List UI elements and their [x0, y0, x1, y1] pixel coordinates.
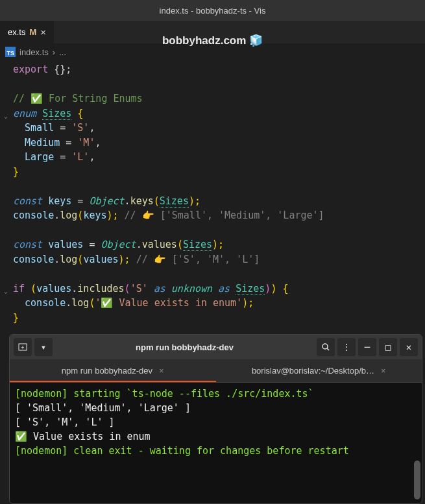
tab-modified-indicator: M — [29, 27, 36, 37]
terminal-line: [ 'Small', 'Medium', 'Large' ] — [15, 401, 417, 415]
chevron-down-icon[interactable]: ⌄ — [4, 109, 8, 124]
chevron-down-icon: ▾ — [41, 342, 46, 352]
svg-point-2 — [322, 344, 328, 349]
close-icon[interactable]: × — [40, 27, 46, 38]
svg-text:+: + — [21, 344, 25, 350]
breadcrumb-separator: › — [53, 47, 55, 57]
scrollbar-thumb[interactable] — [414, 461, 420, 499]
maximize-icon: □ — [385, 342, 391, 352]
terminal-tab-label: borislav@borislav:~/Desktop/b… — [252, 366, 374, 376]
tab-filename: ex.ts — [8, 27, 25, 37]
svg-line-3 — [327, 348, 329, 350]
terminal-panel: + ▾ npm run bobbyhadz-dev ⋮ ─ □ ✕ npm ru… — [9, 334, 422, 504]
dropdown-button[interactable]: ▾ — [34, 338, 53, 356]
chevron-down-icon[interactable]: ⌄ — [4, 284, 8, 299]
typescript-icon: TS — [5, 47, 16, 57]
window-titlebar: index.ts - bobbyhadz-ts - Vis — [0, 0, 425, 21]
breadcrumb-more: ... — [59, 47, 66, 57]
terminal-line: ✅ Value exists in enum — [15, 429, 417, 444]
new-tab-button[interactable]: + — [14, 338, 32, 356]
breadcrumb[interactable]: TS index.ts › ... — [0, 44, 425, 60]
menu-button[interactable]: ⋮ — [337, 338, 356, 356]
terminal-line: [nodemon] starting `ts-node --files ./sr… — [15, 387, 417, 401]
minimize-icon: ─ — [365, 342, 370, 352]
search-icon — [321, 342, 330, 352]
close-window-button[interactable]: ✕ — [400, 338, 418, 356]
terminal-tabs: npm run bobbyhadz-dev × borislav@borisla… — [10, 359, 422, 383]
breadcrumb-file: index.ts — [19, 47, 49, 57]
terminal-tab-active[interactable]: npm run bobbyhadz-dev × — [10, 359, 216, 382]
close-icon[interactable]: × — [381, 366, 386, 376]
terminal-line: [ 'S', 'M', 'L' ] — [15, 415, 417, 429]
terminal-output[interactable]: [nodemon] starting `ts-node --files ./sr… — [10, 383, 422, 503]
close-icon: ✕ — [406, 342, 411, 352]
minimize-button[interactable]: ─ — [358, 338, 376, 356]
window-title: index.ts - bobbyhadz-ts - Vis — [160, 6, 266, 16]
editor-tab-bar: ex.ts M × — [0, 21, 425, 44]
terminal-tab-label: npm run bobbyhadz-dev — [62, 366, 152, 376]
terminal-plus-icon: + — [18, 342, 27, 352]
terminal-title: npm run bobbyhadz-dev — [55, 342, 314, 352]
terminal-line: [nodemon] clean exit - waiting for chang… — [15, 444, 417, 458]
maximize-button[interactable]: □ — [379, 338, 397, 356]
editor-tab[interactable]: ex.ts M × — [0, 21, 54, 43]
kebab-menu-icon: ⋮ — [342, 342, 351, 352]
code-editor[interactable]: export {}; // ✅ For String Enums ⌄enum S… — [0, 60, 425, 328]
close-icon[interactable]: × — [159, 366, 164, 376]
terminal-titlebar: + ▾ npm run bobbyhadz-dev ⋮ ─ □ ✕ — [10, 335, 422, 359]
terminal-tab[interactable]: borislav@borislav:~/Desktop/b… × — [216, 359, 422, 382]
search-button[interactable] — [317, 338, 335, 356]
